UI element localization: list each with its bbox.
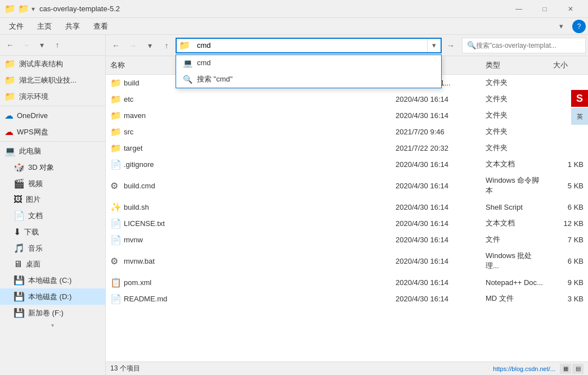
menu-view[interactable]: 查看 [87,19,115,34]
file-date: 2020/4/30 16:14 [391,256,481,266]
autocomplete-cmd-label: cmd [197,58,211,67]
autocomplete-item-search[interactable]: 🔍 搜索 "cmd" [176,71,441,88]
autocomplete-item-cmd[interactable]: 💻 cmd [176,55,441,71]
file-icon: 📋 [110,277,120,287]
sidebar-more-indicator: ▾ [0,321,105,329]
sidebar-item-folder3[interactable]: 📁 演示环境 [0,88,105,105]
table-row[interactable]: 📁 maven 2020/4/30 16:14 文件夹 [106,107,588,124]
sidebar-item-computer[interactable]: 💻 此电脑 [0,143,105,159]
title-dropdown-arrow[interactable]: ▾ [32,5,35,13]
driveF-icon: 💾 [14,308,25,318]
file-name: etc [124,95,133,103]
menu-share[interactable]: 共享 [59,19,87,34]
file-icon: ⚙ [110,256,120,266]
file-icon: ⚙ [110,180,120,191]
maximize-button[interactable]: □ [532,0,558,18]
file-size: 7 KB [549,234,588,245]
recent-button[interactable]: ▾ [142,38,158,53]
file-type: 文件夹 [481,93,549,105]
table-row[interactable]: 📄 LICENSE.txt 2020/4/30 16:14 文本文档 12 KB [106,215,588,232]
file-icon: 📁 [110,143,120,153]
file-type: 文本文档 [481,158,549,170]
menu-file[interactable]: 文件 [2,19,30,34]
sidebar-item-onedrive[interactable]: ☁ OneDrive [0,107,105,124]
downloads-icon: ⬇ [14,227,21,237]
sidebar-item-video[interactable]: 🎬 视频 [0,175,105,192]
file-icon: 📁 [110,110,120,120]
up-button[interactable]: ↑ [159,38,174,53]
sidebar-item-downloads[interactable]: ⬇ 下载 [0,224,105,240]
file-name: target [124,144,142,152]
table-row[interactable]: 📁 src 2021/7/20 9:46 文件夹 [106,124,588,140]
search-icon: 🔍 [467,41,476,49]
autocomplete-search-icon: 🔍 [183,75,192,84]
sidebar-item-desktop[interactable]: 🖥 桌面 [0,256,105,272]
address-bar[interactable]: 📁 ▾ 💻 cmd 🔍 搜索 "cmd" [176,38,442,53]
table-row[interactable]: ✨ build.sh 2020/4/30 16:14 Shell Script … [106,199,588,215]
sidebar-item-docs[interactable]: 📄 文档 [0,207,105,224]
table-row[interactable]: 📁 target 2021/7/22 20:32 文件夹 [106,140,588,156]
driveD-icon: 💾 [14,291,25,302]
file-name-cell: ⚙ build.cmd [106,179,391,192]
search-input[interactable] [476,42,566,49]
table-row[interactable]: 📁 etc 2020/4/30 16:14 文件夹 [106,91,588,107]
sidebar-item-wps[interactable]: ☁ WPS网盘 [0,124,105,140]
main-container: ← → ▾ ↑ 📁 测试库表结构 📁 湖北三峡职业技... 📁 演示环境 ☁ O… [0,35,588,375]
table-row[interactable]: 📄 mvnw 2020/4/30 16:14 文件 7 KB [106,232,588,248]
sidebar-label-driveC: 本地磁盘 (C:) [28,275,71,286]
table-row[interactable]: ⚙ mvnw.bat 2020/4/30 16:14 Windows 批处理..… [106,248,588,274]
sidebar-label-downloads: 下载 [24,227,39,237]
sidebar-label-folder3: 演示环境 [19,92,48,102]
file-name: build.cmd [124,182,155,190]
file-name: build.sh [124,203,149,211]
badge1: ▦ [560,364,571,374]
table-row[interactable]: 📋 pom.xml 2020/4/30 16:14 Notepad++ Doc.… [106,274,588,291]
minimize-button[interactable]: — [506,0,532,18]
file-type: 文件夹 [481,142,549,154]
music-icon: 🎵 [14,243,25,254]
file-size: 5 KB [549,180,588,191]
address-folder-icon: 📁 [177,40,192,51]
back-button[interactable]: ← [108,38,124,53]
menu-expand-chevron[interactable]: ▾ [555,22,568,30]
sidebar-label-video: 视频 [28,179,43,189]
sidebar: ← → ▾ ↑ 📁 测试库表结构 📁 湖北三峡职业技... 📁 演示环境 ☁ O… [0,35,106,375]
help-button[interactable]: ? [572,20,586,33]
file-name-cell: ✨ build.sh [106,201,391,213]
file-name: build [124,79,139,87]
table-row[interactable]: 📄 README.md 2020/4/30 16:14 MD 文件 3 KB [106,291,588,307]
sidebar-item-music[interactable]: 🎵 音乐 [0,240,105,256]
sidebar-label-folder1: 测试库表结构 [19,59,63,69]
file-name-cell: 📁 src [106,125,391,138]
file-type: 文件夹 [481,109,549,121]
file-type: Windows 批处理... [481,250,549,272]
sidebar-item-driveD[interactable]: 💾 本地磁盘 (D:) [0,288,105,305]
file-type: Shell Script [481,202,549,213]
forward-button[interactable]: → [125,38,141,53]
file-name: pom.xml [124,278,151,287]
table-row[interactable]: ⚙ build.cmd 2020/4/30 16:14 Windows 命令脚本… [106,173,588,199]
back-button-sidebar[interactable]: ← [2,37,18,53]
column-type[interactable]: 类型 [481,58,549,72]
address-dropdown-button[interactable]: ▾ [427,39,441,52]
table-row[interactable]: 📄 .gitignore 2020/4/30 16:14 文本文档 1 KB [106,156,588,173]
navigate-to-button[interactable]: → [443,38,459,53]
sidebar-label-driveF: 新加卷 (F:) [28,308,64,318]
file-name-cell: 📁 target [106,142,391,154]
sidebar-item-3d[interactable]: 🎲 3D 对象 [0,159,105,175]
forward-button-sidebar[interactable]: → [18,37,34,53]
recent-locations-button[interactable]: ▾ [34,37,50,53]
sidebar-item-driveC[interactable]: 💾 本地磁盘 (C:) [0,272,105,288]
sidebar-item-folder2[interactable]: 📁 湖北三峡职业技... [0,72,105,88]
address-input[interactable] [192,39,427,52]
sidebar-label-folder2: 湖北三峡职业技... [19,75,77,85]
close-button[interactable]: ✕ [558,0,583,18]
sidebar-item-driveF[interactable]: 💾 新加卷 (F:) [0,305,105,321]
sidebar-item-folder1[interactable]: 📁 测试库表结构 [0,56,105,72]
column-size[interactable]: 大小 [549,58,588,72]
menu-home[interactable]: 主页 [30,19,59,34]
sidebar-item-pictures[interactable]: 🖼 图片 [0,192,105,207]
up-button-sidebar[interactable]: ↑ [50,37,65,53]
file-name: maven [124,111,146,120]
csdn-label: 英 [571,108,588,125]
